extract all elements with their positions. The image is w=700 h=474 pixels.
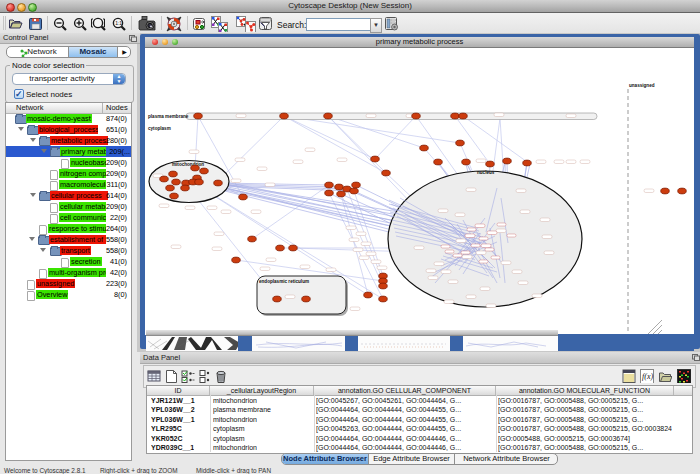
svg-text:1:1: 1:1 — [115, 20, 122, 26]
svg-text:f(x): f(x) — [642, 372, 653, 381]
svg-text:mitochondrion: mitochondrion — [172, 162, 204, 167]
svg-text:cytoplasm: cytoplasm — [148, 126, 171, 131]
svg-text:nucleus: nucleus — [477, 170, 495, 175]
svg-text:unassigned: unassigned — [629, 83, 655, 88]
svg-text:endoplasmic reticulum: endoplasmic reticulum — [259, 279, 309, 284]
svg-text:plasma membrane: plasma membrane — [148, 114, 189, 119]
